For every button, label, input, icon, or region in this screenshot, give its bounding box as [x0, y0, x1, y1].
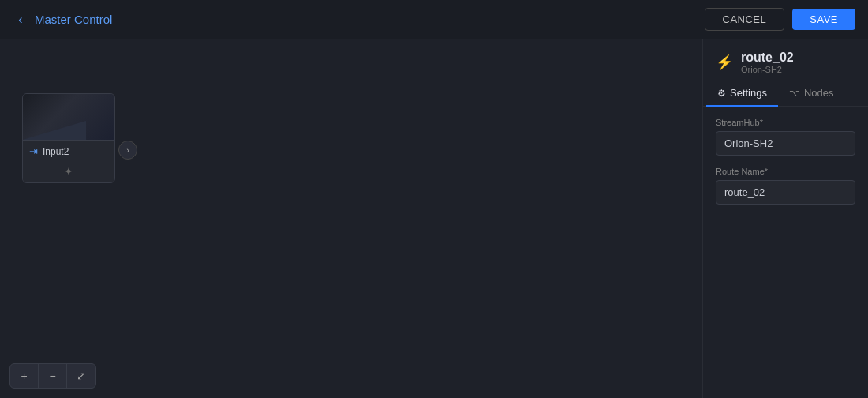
right-panel: ⚡ route_02 Orion-SH2 ⚙ Settings ⌥ Nodes …: [702, 39, 868, 398]
canvas-toolbar: + − ⤢: [9, 363, 96, 389]
save-button[interactable]: SAVE: [792, 9, 855, 30]
node-footer: ⇥ Input2: [23, 140, 114, 162]
panel-form: StreamHub* Route Name*: [703, 107, 868, 216]
header-left: ‹ Master Control: [13, 12, 112, 28]
node-input-icon: ⇥: [29, 145, 38, 157]
cancel-button[interactable]: CANCEL: [705, 8, 785, 31]
streamhub-field: StreamHub*: [716, 118, 855, 156]
tab-nodes[interactable]: ⌥ Nodes: [778, 81, 845, 107]
page-title: Master Control: [35, 13, 112, 26]
main-content: ⇥ Input2 ✦ › + − ⤢ ⚡ route_02 Orion-SH2: [0, 39, 868, 398]
node-label: Input2: [43, 146, 69, 157]
route-icon: ⚡: [716, 54, 733, 71]
nodes-tab-label: Nodes: [804, 87, 834, 99]
nodes-tab-icon: ⌥: [789, 88, 800, 99]
arrow-icon: ›: [126, 145, 129, 155]
panel-header: ⚡ route_02 Orion-SH2: [703, 39, 868, 81]
settings-tab-icon: ⚙: [717, 88, 726, 99]
app-header: ‹ Master Control CANCEL SAVE: [0, 0, 868, 39]
zoom-out-button[interactable]: −: [39, 364, 67, 388]
node-action-icon: ✦: [64, 165, 73, 178]
route-name: route_02: [741, 51, 794, 65]
route-sub: Orion-SH2: [741, 65, 794, 74]
route-name-label: Route Name*: [716, 167, 855, 176]
node-action-row: ✦: [23, 162, 114, 182]
panel-tabs: ⚙ Settings ⌥ Nodes: [703, 81, 868, 107]
zoom-in-button[interactable]: +: [10, 364, 39, 388]
streamhub-label: StreamHub*: [716, 118, 855, 127]
route-name-input[interactable]: [716, 180, 855, 205]
streamhub-input[interactable]: [716, 131, 855, 156]
canvas-arrow-button[interactable]: ›: [118, 141, 137, 160]
fit-view-button[interactable]: ⤢: [67, 364, 95, 388]
route-name-field: Route Name*: [716, 167, 855, 205]
node-preview: [23, 94, 114, 140]
settings-tab-label: Settings: [730, 87, 767, 99]
back-button[interactable]: ‹: [13, 12, 28, 28]
header-actions: CANCEL SAVE: [705, 8, 855, 31]
tab-settings[interactable]: ⚙ Settings: [706, 81, 778, 107]
canvas-node[interactable]: ⇥ Input2 ✦: [22, 93, 115, 183]
canvas-area: ⇥ Input2 ✦ › + − ⤢: [0, 39, 702, 398]
route-info: route_02 Orion-SH2: [741, 51, 794, 74]
